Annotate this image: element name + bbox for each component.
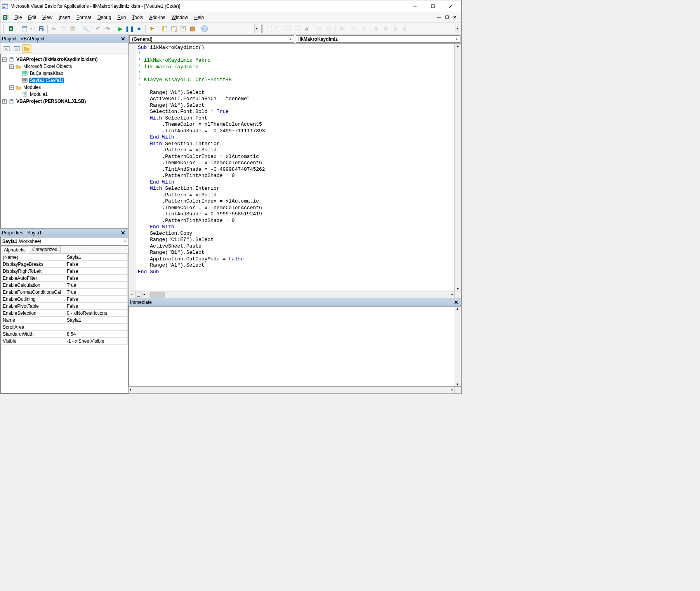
- chevron-down-icon: ▾: [124, 239, 126, 243]
- tree-item-sheet1[interactable]: Sayfa1 (Sayfa1): [2, 77, 127, 84]
- insert-button[interactable]: [20, 24, 29, 33]
- toolbar-handle[interactable]: [3, 24, 5, 33]
- properties-panel-close-button[interactable]: ✕: [120, 229, 127, 236]
- mdi-minimize-button[interactable]: —: [436, 14, 443, 21]
- svg-rect-1: [2, 4, 8, 5]
- mdi-close-button[interactable]: ✕: [451, 14, 458, 21]
- list-properties-button: [265, 24, 274, 33]
- project-explorer-button[interactable]: [160, 24, 169, 33]
- horizontal-scrollbar[interactable]: [142, 291, 454, 298]
- property-row[interactable]: DisplayRightToLeftFalse: [1, 268, 128, 275]
- tab-categorized[interactable]: Categorized: [29, 246, 61, 253]
- property-row[interactable]: EnableFormatConditionsCalTrue: [1, 289, 128, 296]
- reset-button[interactable]: ■: [135, 24, 143, 33]
- menu-debug[interactable]: Debug: [94, 13, 114, 22]
- properties-object-selector[interactable]: Sayfa1 Worksheet ▾: [0, 237, 128, 246]
- close-button[interactable]: [442, 0, 460, 12]
- find-button: 🔍: [81, 24, 90, 33]
- quick-info-button: [284, 24, 292, 33]
- help-button: ?: [201, 25, 208, 32]
- vertical-scrollbar[interactable]: [454, 44, 461, 291]
- properties-button[interactable]: [170, 24, 178, 33]
- svg-rect-13: [7, 18, 9, 19]
- property-row[interactable]: EnableSelection0 - xlNoRestrictions: [1, 310, 128, 317]
- tree-folder-excel-objects[interactable]: − Microsoft Excel Objects: [2, 63, 127, 70]
- property-row[interactable]: EnableCalculationTrue: [1, 282, 128, 289]
- project-tree[interactable]: − VBAProject (ilkMakroKaydimiz.xlsm) − M…: [0, 54, 128, 228]
- menu-file[interactable]: File: [11, 13, 25, 22]
- run-button[interactable]: ▶: [116, 24, 125, 33]
- toolbar-overflow-2[interactable]: ▾: [455, 24, 459, 33]
- full-module-view-button[interactable]: ☰: [135, 291, 142, 298]
- menu-run[interactable]: Run: [114, 13, 129, 22]
- break-button[interactable]: ❚❚: [125, 24, 134, 33]
- immediate-panel-close-button[interactable]: ✕: [453, 299, 460, 306]
- window-title: Microsoft Visual Basic for Applications …: [10, 3, 406, 9]
- property-row[interactable]: Visible-1 - xlSheetVisible: [1, 338, 128, 345]
- tree-item-module1[interactable]: Module1: [2, 91, 127, 98]
- menu-view[interactable]: View: [39, 13, 56, 22]
- menu-insert[interactable]: Insert: [56, 13, 73, 22]
- property-row[interactable]: EnableAutoFilterFalse: [1, 275, 128, 282]
- property-row[interactable]: StandardWidth8,54: [1, 331, 128, 338]
- toolbar-handle-2[interactable]: [261, 24, 263, 33]
- svg-rect-20: [40, 29, 42, 31]
- excel-icon[interactable]: X: [2, 14, 10, 21]
- uncomment-block-button: [360, 24, 368, 33]
- minimize-button[interactable]: [406, 0, 424, 12]
- procedure-dropdown[interactable]: ilkMakroKaydimiz ▾: [296, 35, 461, 43]
- workbook-icon: [22, 70, 28, 76]
- property-row[interactable]: NameSayfa1: [1, 317, 128, 324]
- svg-rect-30: [175, 29, 177, 32]
- scroll-corner: [454, 291, 461, 298]
- project-panel-title: Project - VBAProject: [2, 36, 120, 42]
- svg-rect-56: [403, 27, 406, 31]
- property-row[interactable]: EnableOutliningFalse: [1, 296, 128, 303]
- tree-project-root[interactable]: − VBAProject (ilkMakroKaydimiz.xlsm): [2, 56, 127, 63]
- app-icon: [2, 3, 8, 9]
- design-mode-button[interactable]: [148, 24, 156, 33]
- view-code-button[interactable]: [2, 44, 11, 53]
- toggle-folders-button[interactable]: [22, 44, 31, 53]
- object-dropdown[interactable]: (General) ▾: [129, 35, 294, 43]
- project-icon: [8, 56, 14, 62]
- code-text[interactable]: Sub ilkMakroKaydimiz() ' ' ilkMakroKaydi…: [136, 44, 454, 291]
- mdi-restore-button[interactable]: ❐: [443, 14, 450, 21]
- property-row[interactable]: EnablePivotTableFalse: [1, 303, 128, 310]
- view-object-button[interactable]: [12, 44, 21, 53]
- property-row[interactable]: (Name)Sayfa1: [1, 254, 128, 261]
- folder-icon: [15, 84, 21, 90]
- svg-rect-23: [71, 27, 75, 31]
- titlebar: Microsoft Visual Basic for Applications …: [0, 0, 461, 12]
- property-row[interactable]: DisplayPageBreaksFalse: [1, 261, 128, 268]
- svg-rect-54: [384, 27, 387, 31]
- properties-grid[interactable]: (Name)Sayfa1DisplayPageBreaksFalseDispla…: [0, 253, 128, 393]
- toolbox-button[interactable]: [188, 24, 197, 33]
- save-button[interactable]: [37, 24, 45, 33]
- tree-project-personal[interactable]: + VBAProject (PERSONAL.XLSB): [2, 98, 127, 105]
- code-editor[interactable]: Sub ilkMakroKaydimiz() ' ' ilkMakroKaydi…: [129, 44, 461, 291]
- menu-format[interactable]: Format: [73, 13, 94, 22]
- menu-tools[interactable]: Tools: [129, 13, 146, 22]
- property-row[interactable]: ScrollArea: [1, 324, 128, 331]
- horizontal-scrollbar[interactable]: [129, 387, 454, 393]
- vertical-scrollbar[interactable]: [454, 307, 461, 386]
- tree-folder-modules[interactable]: − Modules: [2, 84, 127, 91]
- menu-help[interactable]: Help: [191, 13, 207, 22]
- menu-add-ins[interactable]: Add-Ins: [146, 13, 168, 22]
- svg-rect-34: [267, 26, 272, 31]
- insert-dropdown[interactable]: ▾: [30, 27, 33, 30]
- procedure-view-button[interactable]: ≡: [129, 291, 135, 298]
- maximize-button[interactable]: [424, 0, 442, 12]
- menubar: X FileEditViewInsertFormatDebugRunToolsA…: [0, 12, 461, 23]
- project-panel-close-button[interactable]: ✕: [120, 35, 127, 42]
- svg-marker-41: [317, 28, 318, 29]
- immediate-input[interactable]: [129, 307, 454, 386]
- tab-alphabetic[interactable]: Alphabetic: [0, 246, 29, 253]
- toolbar-overflow[interactable]: ▾: [254, 24, 258, 33]
- tree-item-workbook[interactable]: BuÇalışmaKitabı: [2, 70, 127, 77]
- object-browser-button[interactable]: [179, 24, 188, 33]
- menu-window[interactable]: Window: [168, 13, 191, 22]
- view-excel-button[interactable]: X: [7, 24, 16, 33]
- menu-edit[interactable]: Edit: [25, 13, 39, 22]
